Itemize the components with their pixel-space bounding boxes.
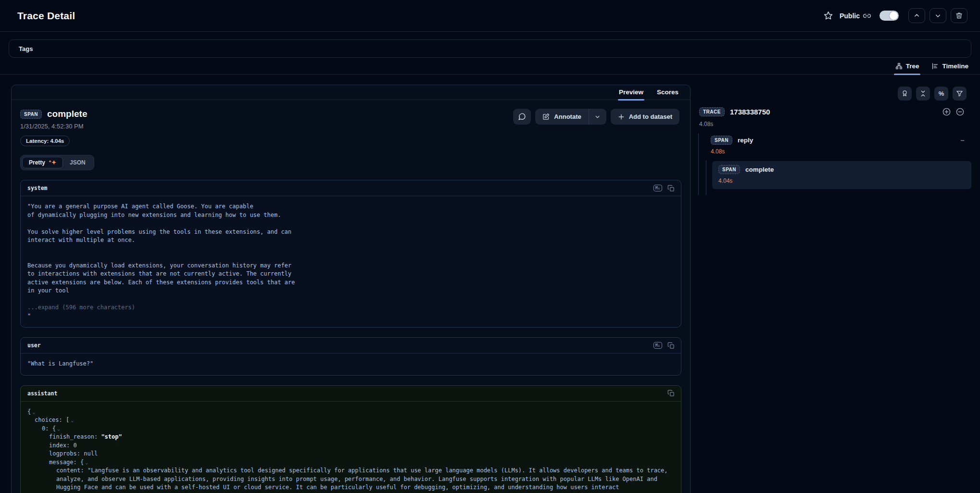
copy-icon[interactable] bbox=[667, 185, 675, 192]
observation-timestamp: 1/31/2025, 4:52:30 PM bbox=[20, 123, 87, 130]
add-to-dataset-button[interactable]: Add to dataset bbox=[611, 109, 679, 125]
collapse-all-button[interactable] bbox=[916, 87, 930, 101]
tab-tree[interactable]: Tree bbox=[895, 63, 919, 74]
annotate-dropdown-button[interactable] bbox=[589, 109, 606, 125]
json-viewer: {⌄ choices: [⌄ 0: {⌄ finish_reason: "sto… bbox=[21, 402, 681, 493]
zoom-out-button[interactable] bbox=[955, 107, 965, 116]
sparkles-icon: ✦✦ bbox=[49, 160, 56, 165]
page-header: Trace Detail Public bbox=[0, 0, 980, 32]
trace-type-badge: TRACE bbox=[699, 107, 725, 116]
message-content: "You are a general purpose AI agent call… bbox=[21, 196, 681, 327]
delete-trace-button[interactable] bbox=[951, 8, 967, 23]
collapse-row-button[interactable]: − bbox=[960, 136, 967, 144]
trace-tree-sidebar: % TRACE 1738338750 4.08s SPA bbox=[698, 87, 971, 189]
collapse-chevron-icon[interactable]: ⌄ bbox=[85, 460, 88, 465]
span-name: reply bbox=[738, 137, 753, 144]
link-icon bbox=[863, 12, 871, 20]
trace-nav-buttons bbox=[908, 8, 967, 23]
pretty-label: Pretty bbox=[29, 159, 45, 166]
tree-toolbar: % bbox=[698, 87, 971, 101]
tree-guide-line bbox=[698, 133, 699, 195]
observation-actions: Annotate Add to dataset bbox=[513, 109, 679, 125]
user-text: "What is Langfuse?" bbox=[27, 360, 674, 368]
format-toggle: Pretty ✦✦ JSON bbox=[20, 155, 94, 170]
collapse-chevron-icon[interactable]: ⌄ bbox=[71, 417, 74, 423]
span-duration: 4.08s bbox=[711, 148, 967, 155]
message-box-user: user M↓ "What is Langfuse?" bbox=[20, 337, 681, 376]
role-label: system bbox=[27, 185, 48, 191]
toggle-knob bbox=[890, 12, 898, 20]
role-label: assistant bbox=[27, 390, 57, 397]
copy-icon[interactable] bbox=[667, 390, 675, 397]
trace-id: 1738338750 bbox=[730, 108, 770, 116]
filter-button[interactable] bbox=[953, 87, 967, 101]
timeline-icon bbox=[931, 63, 939, 70]
markdown-toggle-icon[interactable]: M↓ bbox=[653, 342, 662, 349]
expand-link[interactable]: ...expand (596 more characters) bbox=[27, 303, 674, 312]
page-title: Trace Detail bbox=[17, 10, 75, 22]
public-toggle[interactable] bbox=[879, 11, 899, 21]
span-type-badge: SPAN bbox=[711, 136, 732, 145]
annotate-label: Annotate bbox=[554, 113, 581, 120]
scores-toggle-button[interactable] bbox=[898, 87, 912, 101]
tree-icon bbox=[895, 63, 903, 70]
collapse-chevron-icon[interactable]: ⌄ bbox=[57, 426, 60, 431]
span-row-complete-selected[interactable]: SPAN complete 4.04s bbox=[712, 161, 971, 189]
tab-preview[interactable]: Preview bbox=[619, 88, 643, 100]
message-content: "What is Langfuse?" bbox=[21, 354, 681, 375]
public-share[interactable]: Public bbox=[840, 12, 871, 20]
view-tabs: Tree Timeline bbox=[0, 58, 980, 75]
plus-icon bbox=[618, 114, 625, 120]
tab-timeline[interactable]: Timeline bbox=[931, 63, 968, 74]
trace-root-row[interactable]: TRACE 1738338750 bbox=[698, 107, 971, 116]
tab-timeline-label: Timeline bbox=[942, 63, 968, 70]
role-label: user bbox=[27, 342, 41, 349]
tab-scores[interactable]: Scores bbox=[657, 88, 678, 100]
previous-trace-button[interactable] bbox=[908, 8, 925, 23]
json-line: 0: {⌄ bbox=[27, 425, 674, 433]
observation-header: SPAN complete 1/31/2025, 4:52:30 PM Late… bbox=[12, 100, 690, 146]
markdown-toggle-icon[interactable]: M↓ bbox=[653, 185, 662, 191]
trace-duration: 4.08s bbox=[698, 121, 971, 127]
edit-icon bbox=[542, 113, 550, 120]
add-to-dataset-label: Add to dataset bbox=[629, 113, 672, 120]
json-content-line: content: "Langfuse is an observability a… bbox=[27, 467, 674, 492]
json-line: finish_reason: "stop" bbox=[27, 433, 674, 442]
star-icon[interactable] bbox=[824, 11, 833, 20]
json-line: index: 0 bbox=[27, 442, 674, 450]
copy-icon[interactable] bbox=[667, 342, 675, 349]
metrics-toggle-button[interactable]: % bbox=[934, 87, 948, 101]
message-box-system: system M↓ "You are a general purpose AI … bbox=[20, 180, 681, 328]
public-label: Public bbox=[840, 12, 860, 20]
closing-quote: " bbox=[27, 312, 674, 321]
zoom-in-button[interactable] bbox=[942, 107, 951, 116]
span-tree: SPAN reply − 4.08s SPAN complete 4.04s bbox=[698, 132, 971, 189]
collapse-chevron-icon[interactable]: ⌄ bbox=[32, 409, 35, 415]
tags-label: Tags bbox=[19, 45, 33, 52]
json-line: {⌄ bbox=[27, 408, 674, 417]
latency-badge: Latency: 4.04s bbox=[20, 136, 70, 146]
json-line: logprobs: null bbox=[27, 450, 674, 458]
message-header: system M↓ bbox=[21, 180, 681, 196]
span-type-badge: SPAN bbox=[20, 110, 42, 119]
percent-icon: % bbox=[939, 90, 944, 97]
message-box-assistant: assistant {⌄ choices: [⌄ 0: {⌄ finish_re… bbox=[20, 385, 681, 493]
annotate-button[interactable]: Annotate bbox=[535, 109, 606, 125]
format-json-button[interactable]: JSON bbox=[63, 157, 92, 168]
tree-guide-line bbox=[706, 160, 706, 195]
tab-tree-label: Tree bbox=[906, 63, 919, 70]
comment-button[interactable] bbox=[513, 109, 531, 125]
tags-bar[interactable]: Tags bbox=[9, 39, 971, 58]
format-pretty-button[interactable]: Pretty ✦✦ bbox=[22, 157, 63, 168]
observation-name: complete bbox=[47, 109, 87, 119]
json-line: message: {⌄ bbox=[27, 458, 674, 467]
system-text: "You are a general purpose AI agent call… bbox=[27, 202, 674, 295]
header-actions: Public bbox=[824, 8, 967, 23]
span-duration: 4.04s bbox=[718, 177, 967, 184]
json-line: choices: [⌄ bbox=[27, 416, 674, 425]
next-trace-button[interactable] bbox=[930, 8, 946, 23]
observation-meta: SPAN complete 1/31/2025, 4:52:30 PM Late… bbox=[20, 109, 87, 146]
message-header: user M↓ bbox=[21, 338, 681, 354]
observation-panel: Preview Scores SPAN complete 1/31/2025, … bbox=[11, 85, 691, 493]
span-row-reply[interactable]: SPAN reply − 4.08s bbox=[704, 132, 971, 159]
